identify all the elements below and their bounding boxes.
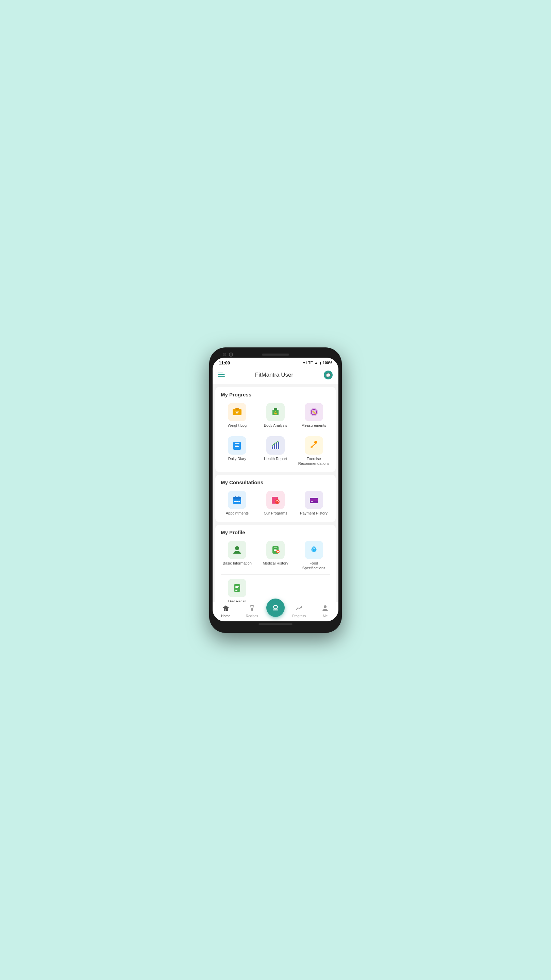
progress-row-divider [221,432,330,432]
my-consultations-section: My Consultations [215,475,336,522]
phone-notch [213,353,338,356]
profile-row-divider [221,574,330,575]
recipes-nav-label: Recipes [246,614,258,618]
me-nav-label: Me [323,614,327,618]
my-progress-section: My Progress W Weight Log [215,387,336,472]
payment-history-item[interactable]: Payment History [299,491,329,515]
screen-content[interactable]: My Progress W Weight Log [213,384,338,602]
svg-rect-44 [235,586,239,587]
weight-log-label: Weight Log [228,423,246,428]
svg-rect-54 [273,609,278,611]
svg-point-58 [324,605,327,608]
my-profile-section: My Profile Basic Information [215,525,336,602]
phone-cameras [223,353,233,356]
appointments-item[interactable]: Appointments [222,491,252,515]
svg-rect-27 [238,501,240,502]
chat-icon[interactable]: 💬 [324,370,333,380]
body-analysis-icon: 💪 [266,403,285,421]
svg-rect-32 [310,499,318,501]
svg-point-48 [251,605,253,608]
my-profile-title: My Profile [218,530,333,535]
health-report-label: Health Report [264,456,287,461]
svg-text:💪: 💪 [273,411,278,415]
phone-screen: 11:00 ▾ LTE ▲ ▮ 100% FitMantra User 💬 [213,358,338,621]
appointments-label: Appointments [226,511,249,515]
progress-nav-label: Progress [292,614,306,618]
svg-rect-3 [235,408,239,410]
app-header: FitMantra User 💬 [213,367,338,384]
lte-label: LTE [306,361,313,365]
svg-text:💬: 💬 [326,372,330,378]
me-nav-icon [321,605,329,614]
nav-recipes[interactable]: Recipes [240,605,264,618]
exercise-recs-icon [305,436,323,455]
svg-rect-14 [235,446,239,447]
status-right: ▾ LTE ▲ ▮ 100% [303,361,332,365]
health-report-icon [266,436,285,455]
bottom-nav: Home Recipes [213,602,338,621]
our-programs-item[interactable]: Our Programs [260,491,291,515]
daily-diary-item[interactable]: Daily Diary [222,436,252,461]
battery-text: 100% [323,361,332,365]
weight-log-icon: W [228,403,246,421]
payment-history-label: Payment History [300,511,327,515]
measurements-item[interactable]: 📏 Measurements [299,403,329,428]
profile-row-1: Basic Information [218,539,333,574]
battery-icon: ▮ [319,361,321,365]
svg-rect-33 [311,501,313,502]
medical-history-item[interactable]: Medical History [260,541,291,566]
svg-rect-24 [238,496,240,498]
measurements-label: Measurements [301,423,326,428]
exercise-recs-item[interactable]: ExerciseRecommendations [299,436,329,466]
diet-recall-icon [228,579,246,597]
svg-rect-46 [235,589,238,589]
my-progress-title: My Progress [218,392,333,398]
medical-history-icon [266,541,285,559]
svg-rect-36 [274,547,277,548]
nav-center-button[interactable] [266,598,285,617]
svg-rect-16 [274,444,275,449]
home-nav-label: Home [221,614,230,618]
food-specs-label: Food Specifications [299,561,329,571]
diet-recall-label: Diet Recall [228,599,246,601]
food-specs-icon [305,541,323,559]
menu-button[interactable] [218,372,225,377]
daily-diary-icon [228,436,246,455]
front-camera [229,353,233,356]
menu-line-1 [218,372,223,374]
body-analysis-label: Body Analysis [264,423,287,428]
health-report-item[interactable]: Health Report [260,436,291,461]
svg-rect-37 [274,549,276,550]
svg-rect-23 [235,496,236,498]
svg-point-30 [276,500,278,501]
progress-nav-icon [295,605,303,614]
body-analysis-item[interactable]: 💪 Body Analysis [260,403,291,428]
nav-me[interactable]: Me [313,605,337,618]
our-programs-icon [266,491,285,509]
header-title: FitMantra User [255,372,293,379]
svg-point-55 [274,606,277,608]
appointments-icon [228,491,246,509]
signal-icon: ▲ [314,361,318,365]
daily-diary-label: Daily Diary [228,456,246,461]
exercise-recs-label: ExerciseRecommendations [298,456,330,466]
phone-frame: 11:00 ▾ LTE ▲ ▮ 100% FitMantra User 💬 [209,347,342,633]
svg-rect-22 [233,497,241,500]
svg-rect-47 [235,590,237,591]
svg-rect-17 [276,443,277,449]
progress-row-2: Daily Diary Health Report [218,435,333,469]
basic-info-item[interactable]: Basic Information [222,541,252,566]
svg-text:📏: 📏 [312,410,316,414]
progress-row-1: W Weight Log 💪 Body [218,401,333,431]
weight-log-item[interactable]: W Weight Log [222,403,252,428]
svg-text:W: W [236,410,239,414]
svg-rect-13 [235,445,238,445]
food-specs-item[interactable]: Food Specifications [299,541,329,571]
camera-dot [223,353,226,356]
status-bar: 11:00 ▾ LTE ▲ ▮ 100% [213,358,338,367]
wifi-icon: ▾ [303,361,305,365]
diet-recall-item[interactable]: Diet Recall [222,579,252,601]
nav-progress[interactable]: Progress [287,605,311,618]
nav-home[interactable]: Home [214,605,238,618]
basic-info-icon [228,541,246,559]
